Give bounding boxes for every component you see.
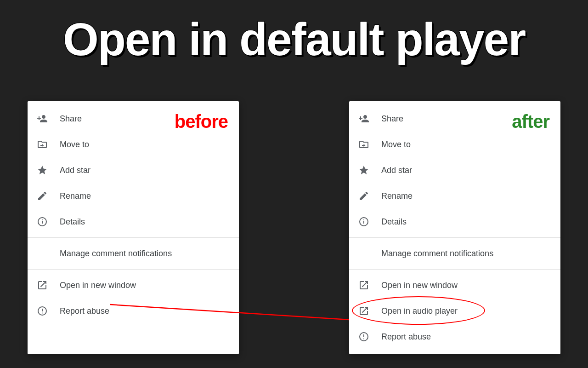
- menu-item-move-to[interactable]: Move to: [349, 132, 560, 157]
- menu-item-manage-notifications[interactable]: Manage comment notifications: [349, 241, 560, 266]
- svg-point-11: [363, 339, 364, 339]
- menu-item-label: Rename: [381, 191, 413, 201]
- menu-item-label: Move to: [381, 140, 411, 150]
- info-icon: [357, 215, 370, 228]
- menu-item-open-new-window[interactable]: Open in new window: [349, 272, 560, 298]
- menu-item-report-abuse[interactable]: Report abuse: [349, 324, 560, 350]
- folder-move-icon: [357, 138, 370, 151]
- person-add-icon: [36, 112, 49, 125]
- menu-divider: [349, 269, 560, 270]
- pencil-icon: [36, 190, 49, 202]
- menu-item-open-new-window[interactable]: Open in new window: [28, 272, 239, 298]
- menu-item-add-star[interactable]: Add star: [349, 157, 560, 183]
- menu-item-details[interactable]: Details: [349, 209, 560, 235]
- menu-item-details[interactable]: Details: [28, 209, 239, 235]
- report-icon: [36, 305, 49, 317]
- menu-item-label: Report abuse: [381, 332, 431, 342]
- menu-item-label: Move to: [60, 140, 89, 150]
- before-label: before: [175, 111, 228, 132]
- menu-item-label: Manage comment notifications: [60, 249, 172, 259]
- folder-move-icon: [36, 138, 49, 151]
- menu-item-label: Details: [381, 217, 407, 227]
- page-title: Open in default player: [0, 0, 588, 66]
- menu-divider: [28, 269, 239, 270]
- menu-item-move-to[interactable]: Move to: [28, 132, 239, 157]
- open-new-window-icon: [36, 279, 49, 292]
- star-icon: [357, 164, 370, 177]
- menu-item-label: Manage comment notifications: [381, 249, 493, 259]
- after-label: after: [512, 111, 549, 132]
- pencil-icon: [357, 190, 370, 202]
- menu-item-rename[interactable]: Rename: [349, 183, 560, 209]
- svg-point-5: [42, 313, 43, 314]
- menu-item-manage-notifications[interactable]: Manage comment notifications: [28, 241, 239, 266]
- open-new-window-icon: [357, 279, 370, 292]
- menu-item-label: Report abuse: [60, 306, 109, 316]
- person-add-icon: [357, 112, 370, 125]
- menu-item-open-audio-player[interactable]: Open in audio player: [349, 298, 560, 324]
- star-icon: [36, 164, 49, 177]
- menu-item-label: Rename: [60, 191, 91, 201]
- svg-point-8: [363, 219, 364, 220]
- svg-point-2: [42, 219, 43, 220]
- menu-item-label: Open in audio player: [381, 306, 458, 316]
- context-menu-after: after Share Move to Add star Rename: [349, 101, 560, 354]
- report-icon: [357, 330, 370, 343]
- info-icon: [36, 215, 49, 228]
- menu-item-add-star[interactable]: Add star: [28, 157, 239, 183]
- menu-item-label: Add star: [381, 166, 412, 175]
- menu-divider: [28, 237, 239, 238]
- menu-item-report-abuse[interactable]: Report abuse: [28, 298, 239, 324]
- menu-item-label: Add star: [60, 166, 90, 175]
- menu-item-label: Open in new window: [381, 281, 458, 290]
- menu-item-label: Details: [60, 217, 85, 227]
- menu-divider: [349, 237, 560, 238]
- menu-item-rename[interactable]: Rename: [28, 183, 239, 209]
- menu-item-label: Share: [381, 114, 403, 124]
- comparison-container: before Share Move to Add star Rename: [0, 101, 588, 354]
- open-new-window-icon: [357, 305, 370, 317]
- context-menu-before: before Share Move to Add star Rename: [28, 101, 239, 354]
- menu-item-label: Share: [60, 114, 82, 124]
- menu-item-label: Open in new window: [60, 281, 136, 290]
